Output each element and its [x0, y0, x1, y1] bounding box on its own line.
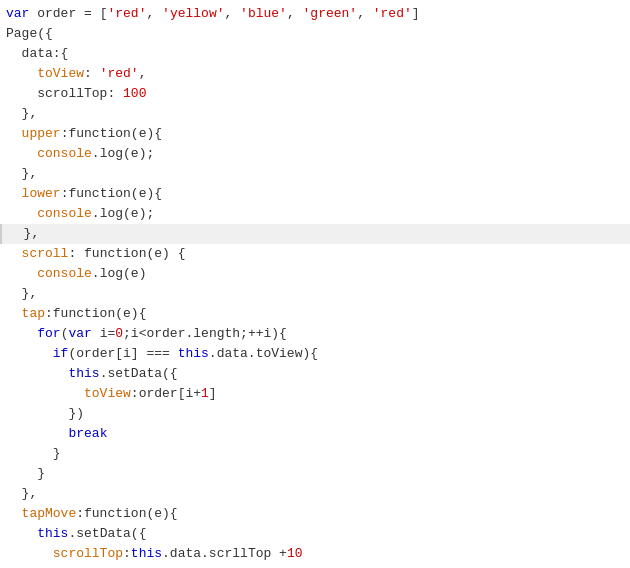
code-token: , [146, 4, 162, 24]
code-token: .log(e); [92, 144, 154, 164]
code-token: ;i<order.length;++i){ [123, 324, 287, 344]
code-token: } [6, 464, 45, 484]
code-token: } [6, 444, 61, 464]
code-token [6, 204, 37, 224]
code-token: :function(e){ [61, 184, 162, 204]
code-token: toView [37, 64, 84, 84]
code-token: tapMove [22, 504, 77, 524]
code-token [6, 504, 22, 524]
code-line: }, [0, 224, 630, 244]
code-token: this [131, 544, 162, 564]
code-token: .log(e) [92, 264, 147, 284]
code-token: scrollTop: [6, 84, 123, 104]
code-token: :function(e){ [76, 504, 177, 524]
code-editor: var order = ['red', 'yellow', 'blue', 'g… [0, 0, 630, 568]
code-line: console.log(e); [0, 204, 630, 224]
code-token: }, [6, 484, 37, 504]
code-token: data:{ [6, 44, 68, 64]
code-line: tap:function(e){ [0, 304, 630, 324]
code-token: = [ [76, 4, 107, 24]
code-line: tapMove:function(e){ [0, 504, 630, 524]
code-token: , [225, 4, 241, 24]
code-line: toView: 'red', [0, 64, 630, 84]
code-token: ( [61, 324, 69, 344]
code-token [6, 364, 68, 384]
code-token: 100 [123, 84, 146, 104]
code-token: Page({ [6, 24, 53, 44]
code-token: order [37, 4, 76, 24]
code-token: 'yellow' [162, 4, 224, 24]
code-token [6, 384, 84, 404]
code-token: }, [8, 224, 39, 244]
code-token: 1 [201, 384, 209, 404]
code-line: this.setData({ [0, 524, 630, 544]
code-line: }, [0, 164, 630, 184]
code-line: console.log(e) [0, 264, 630, 284]
code-token: lower [22, 184, 61, 204]
code-token: }) [6, 564, 53, 568]
code-token: tap [22, 304, 45, 324]
code-token [6, 144, 37, 164]
code-token: 'red' [100, 64, 139, 84]
code-token: }, [6, 164, 37, 184]
code-token: var [6, 4, 37, 24]
code-line: } [0, 444, 630, 464]
code-token: ] [412, 4, 420, 24]
code-token: .log(e); [92, 204, 154, 224]
code-line: for(var i=0;i<order.length;++i){ [0, 324, 630, 344]
code-token [6, 244, 22, 264]
code-token [6, 324, 37, 344]
code-token: :function(e){ [45, 304, 146, 324]
code-token: this [178, 344, 209, 364]
code-token: 'blue' [240, 4, 287, 24]
code-token: (order[i] === [68, 344, 177, 364]
code-token [6, 184, 22, 204]
code-token [6, 124, 22, 144]
code-token: , [139, 64, 147, 84]
code-token: 0 [115, 324, 123, 344]
code-line: }) [0, 564, 630, 568]
code-token: , [357, 4, 373, 24]
code-line: scrollTop: 100 [0, 84, 630, 104]
code-token [6, 64, 37, 84]
code-token: 'green' [303, 4, 358, 24]
code-token: .setData({ [68, 524, 146, 544]
code-token: 'red' [107, 4, 146, 24]
code-token [6, 304, 22, 324]
code-line: Page({ [0, 24, 630, 44]
code-token: console [37, 204, 92, 224]
code-token: : [123, 544, 131, 564]
code-line: if(order[i] === this.data.toView){ [0, 344, 630, 364]
code-line: }) [0, 404, 630, 424]
code-token: .setData({ [100, 364, 178, 384]
code-token: :function(e){ [61, 124, 162, 144]
code-line: scroll: function(e) { [0, 244, 630, 264]
code-token: var [68, 324, 91, 344]
code-line: }, [0, 484, 630, 504]
code-line: scrollTop:this.data.scrllTop +10 [0, 544, 630, 564]
code-token [6, 424, 68, 444]
code-token: upper [22, 124, 61, 144]
code-token: : function(e) { [68, 244, 185, 264]
code-token: : [84, 64, 100, 84]
code-token: console [37, 144, 92, 164]
code-token [6, 524, 37, 544]
code-token: this [37, 524, 68, 544]
code-token: if [53, 344, 69, 364]
code-token [6, 344, 53, 364]
code-token: scrollTop [53, 544, 123, 564]
code-token: 10 [287, 544, 303, 564]
code-token: .data.toView){ [209, 344, 318, 364]
code-token: }, [6, 104, 37, 124]
code-token: }) [6, 404, 84, 424]
code-line: console.log(e); [0, 144, 630, 164]
code-token: console [37, 264, 92, 284]
code-token: 'red' [373, 4, 412, 24]
code-token: ] [209, 384, 217, 404]
code-token [6, 264, 37, 284]
code-token: for [37, 324, 60, 344]
code-token: toView [84, 384, 131, 404]
code-token: .data.scrllTop + [162, 544, 287, 564]
code-token [6, 544, 53, 564]
code-token: this [68, 364, 99, 384]
